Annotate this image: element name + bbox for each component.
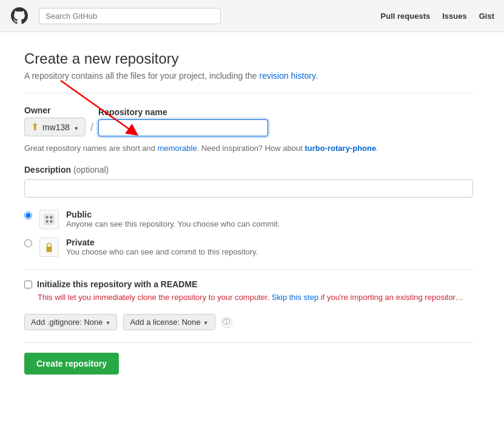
private-desc: You choose who can see and commit to thi… [66,247,258,256]
owner-label: Owner [24,105,86,115]
page-title: Create a new repository [24,50,473,67]
visibility-section: Public Anyone can see this repository. Y… [24,210,473,257]
private-content: Private You choose who can see and commi… [66,238,258,256]
public-option: Public Anyone can see this repository. Y… [24,210,473,229]
init-readme-checkbox[interactable] [24,281,32,288]
license-chevron-icon [203,318,209,327]
header-divider [24,93,473,93]
svg-rect-3 [45,220,49,223]
init-section: Initialize this repository with a README… [24,279,473,302]
private-radio[interactable] [24,239,32,247]
svg-rect-6 [47,247,52,252]
page-subtitle: A repository contains all the files for … [24,71,473,81]
skip-step-link[interactable]: Skip this step [272,293,318,302]
description-label: Description (optional) [24,165,473,175]
init-checkbox-row: Initialize this repository with a README [24,279,473,289]
section-divider [24,269,473,270]
license-label: Add a license: None [130,318,200,327]
header: Pull requests Issues Gist [0,0,504,32]
init-desc: This will let you immediately clone the … [38,293,473,302]
owner-field-block: Owner ⬆ mw138 [24,105,86,136]
create-divider [24,342,473,343]
private-option: Private You choose who can see and commi… [24,238,473,257]
suggestion-link[interactable]: turbo-rotary-phone [304,144,376,153]
revision-history-link[interactable]: revision history [260,71,315,81]
svg-rect-2 [45,216,49,219]
description-block: Description (optional) [24,165,473,175]
public-content: Public Anyone can see this repository. Y… [66,210,280,228]
nav-pull-requests[interactable]: Pull requests [381,12,431,21]
memorable-link[interactable]: memorable [158,144,197,153]
create-repository-button[interactable]: Create repository [24,353,119,375]
init-readme-label[interactable]: Initialize this repository with a README [37,279,197,289]
license-dropdown[interactable]: Add a license: None [123,314,215,330]
owner-repo-group: Owner ⬆ mw138 / Repository name [24,105,473,136]
repo-name-input[interactable] [98,119,268,136]
nav-gist[interactable]: Gist [479,12,494,21]
repo-name-field-block: Repository name [98,107,268,136]
svg-rect-5 [50,220,53,223]
path-separator: / [90,121,93,136]
info-icon[interactable]: ⓘ [221,317,232,328]
description-input[interactable] [24,179,473,198]
repo-name-hint: Great repository names are short and mem… [24,144,473,153]
main-content: Create a new repository A repository con… [0,32,497,393]
github-logo-icon [10,6,29,25]
private-icon [39,238,59,257]
description-optional: (optional) [73,165,109,175]
public-icon [39,210,59,229]
svg-rect-4 [50,216,53,219]
owner-value: mw138 [42,122,70,132]
extras-row: Add .gitignore: None Add a license: None… [24,314,473,330]
public-radio[interactable] [24,212,32,219]
search-input[interactable] [39,8,221,24]
public-title: Public [66,210,280,219]
owner-chevron-icon [73,122,79,132]
gitignore-dropdown[interactable]: Add .gitignore: None [24,314,117,330]
private-title: Private [66,238,258,247]
owner-icon: ⬆ [31,121,39,133]
repo-name-label: Repository name [98,107,268,117]
gitignore-chevron-icon [106,318,111,327]
public-desc: Anyone can see this repository. You choo… [66,219,280,228]
header-nav: Pull requests Issues Gist [381,12,494,21]
gitignore-label: Add .gitignore: None [31,318,103,327]
owner-dropdown[interactable]: ⬆ mw138 [24,118,86,136]
nav-issues[interactable]: Issues [442,12,466,21]
